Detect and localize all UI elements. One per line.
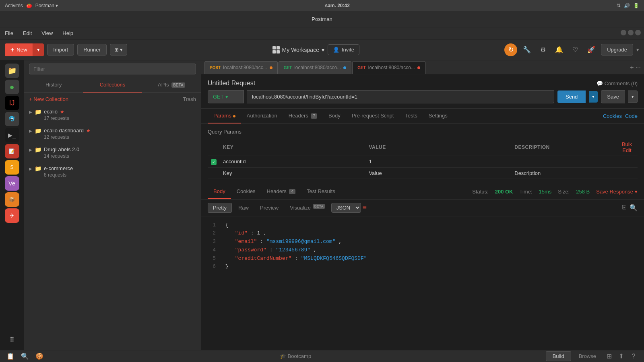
format-selector[interactable]: JSON XML HTML Text — [331, 203, 361, 213]
response-tab-body[interactable]: Body — [208, 184, 231, 199]
app-icon-sublime[interactable]: S — [5, 160, 19, 175]
tab-body[interactable]: Body — [323, 109, 346, 123]
tab-history[interactable]: History — [24, 78, 83, 93]
bootcamp-label[interactable]: Bootcamp — [288, 353, 312, 359]
wrap-button[interactable]: ≡ — [363, 204, 367, 212]
request-tab-2[interactable]: GET localhost:8080/acco... — [352, 61, 425, 74]
app-icon-ve[interactable]: Ve — [5, 176, 19, 191]
upgrade-arrow[interactable]: ▾ — [636, 47, 639, 53]
add-tab-button[interactable]: + — [630, 64, 634, 71]
invite-button[interactable]: 👤 Invite — [328, 44, 359, 55]
collection-item-druglabels[interactable]: ▶ 📁 DrugLabels 2.0 14 requests — [24, 143, 201, 162]
param-value-placeholder[interactable]: Value — [365, 167, 511, 179]
tab-headers[interactable]: Headers 7 — [283, 109, 323, 123]
console-button[interactable]: 📋 — [5, 351, 16, 362]
app-icon-files[interactable]: 📁 — [5, 64, 19, 78]
app-icon-text[interactable]: 📝 — [5, 144, 19, 158]
rocket-icon-btn[interactable]: 🚀 — [585, 43, 598, 56]
param-value-0[interactable]: 1 — [365, 156, 511, 168]
new-collection-button[interactable]: + New Collection — [29, 96, 68, 102]
param-desc-0[interactable] — [511, 156, 616, 168]
settings-icon-btn[interactable]: ⚙ — [537, 43, 549, 56]
bell-icon-btn[interactable]: 🔔 — [553, 43, 566, 56]
menu-file[interactable]: File — [3, 29, 15, 37]
send-button[interactable]: Send — [557, 90, 586, 103]
response-tab-cookies[interactable]: Cookies — [231, 184, 261, 199]
tab-tests[interactable]: Tests — [399, 109, 423, 123]
build-mode-button[interactable]: Build — [546, 351, 571, 361]
minimize-btn[interactable] — [621, 30, 626, 35]
param-checkbox-0[interactable]: ✓ — [211, 159, 217, 165]
format-tab-visualize[interactable]: Visualize BETA — [285, 203, 329, 212]
tab-params[interactable]: Params — [208, 109, 241, 123]
app-icon-grid[interactable]: ⠿ — [5, 332, 19, 347]
param-key-placeholder[interactable]: Key — [220, 167, 365, 179]
more-tabs-button[interactable]: ··· — [636, 64, 641, 71]
help-button[interactable]: ? — [628, 351, 639, 362]
sidebar-search-input[interactable] — [29, 64, 196, 74]
refresh-button[interactable]: ↻ — [504, 43, 517, 56]
wrench-icon-btn[interactable]: 🔧 — [520, 43, 533, 56]
cookie-button[interactable]: 🍪 — [34, 351, 45, 362]
menu-help[interactable]: Help — [61, 29, 75, 37]
collection-item-ecalio-dashboard[interactable]: ▶ 📁 ecalio dashboard ★ 12 requests — [24, 124, 201, 143]
workspace-button[interactable]: My Workspace ▾ — [272, 46, 324, 53]
bulk-edit-button[interactable]: Bulk Edit — [619, 141, 634, 153]
activities-label[interactable]: Activités — [5, 3, 23, 8]
tab-authorization[interactable]: Authorization — [241, 109, 283, 123]
trash-button[interactable]: Trash — [183, 96, 196, 102]
response-tab-headers[interactable]: Headers 4 — [261, 184, 301, 199]
method-selector[interactable]: GET ▾ — [208, 90, 244, 103]
tab-apis[interactable]: APIs BETA — [142, 78, 201, 93]
save-dropdown-button[interactable]: ▾ — [628, 90, 638, 103]
layout-button[interactable]: ⊞ — [604, 351, 615, 362]
runner-button[interactable]: Runner — [77, 44, 107, 56]
format-tab-preview[interactable]: Preview — [255, 203, 283, 212]
comments-button[interactable]: 💬 Comments (0) — [597, 80, 638, 86]
url-input[interactable] — [247, 90, 554, 103]
request-tab-0[interactable]: POST localhost:8080/acc... — [204, 61, 278, 74]
collection-item-ecommerce[interactable]: ▶ 📁 e-commerce 8 requests — [24, 162, 201, 181]
request-tab-1[interactable]: GET localhost:8080/acco... — [279, 61, 352, 74]
browse-mode-button[interactable]: Browse — [572, 351, 603, 361]
app-indicator: 🍅 — [26, 3, 32, 8]
collection-item-ecalio[interactable]: ▶ 📁 ecalio ★ 17 requests — [24, 105, 201, 124]
param-key-0[interactable]: accountId — [220, 156, 365, 168]
save-button[interactable]: Save — [601, 90, 625, 103]
send-dropdown-button[interactable]: ▾ — [589, 91, 598, 103]
share-button[interactable]: ⬆ — [616, 351, 627, 362]
extra-button[interactable]: ⊞ ▾ — [110, 44, 128, 56]
key-col-header: KEY — [220, 139, 365, 156]
new-main-button[interactable]: + New — [5, 43, 33, 56]
tab-collections[interactable]: Collections — [83, 78, 142, 93]
close-btn[interactable] — [635, 30, 641, 35]
app-icon-chromium[interactable]: ● — [5, 80, 19, 94]
code-link[interactable]: Code — [625, 113, 638, 119]
tab-pre-request[interactable]: Pre-request Script — [346, 109, 400, 123]
response-tab-test-results[interactable]: Test Results — [301, 184, 341, 199]
heart-icon-btn[interactable]: ♡ — [569, 43, 582, 56]
app-icon-terminal[interactable]: ▶_ — [5, 128, 19, 142]
main-layout: 📁 ● IJ 🐬 ▶_ 📝 S Ve 📦 ✈ ⠿ History Collect… — [0, 60, 644, 350]
app-icon-intellij[interactable]: IJ — [5, 96, 19, 110]
param-desc-placeholder[interactable]: Description — [511, 167, 616, 179]
app-name-os[interactable]: Postman ▾ — [35, 3, 58, 8]
params-table: KEY VALUE DESCRIPTION Bulk Edit ✓ accoun… — [208, 139, 638, 179]
format-tab-raw[interactable]: Raw — [233, 203, 254, 212]
upgrade-button[interactable]: Upgrade — [601, 44, 633, 56]
import-button[interactable]: Import — [47, 44, 74, 56]
menu-edit[interactable]: Edit — [21, 29, 33, 37]
cookies-link[interactable]: Cookies — [603, 113, 622, 119]
new-dropdown-arrow[interactable]: ▾ — [33, 43, 44, 56]
menu-view[interactable]: View — [40, 29, 54, 37]
tab-settings[interactable]: Settings — [423, 109, 453, 123]
copy-response-button[interactable]: ⎘ — [622, 204, 626, 212]
maximize-btn[interactable] — [628, 30, 634, 35]
search-response-button[interactable]: 🔍 — [630, 204, 638, 212]
search-bottom-button[interactable]: 🔍 — [19, 351, 31, 362]
app-icon-postman-red[interactable]: ✈ — [5, 208, 19, 223]
format-tab-pretty[interactable]: Pretty — [208, 203, 232, 213]
save-response-button[interactable]: Save Response ▾ — [596, 189, 638, 195]
app-icon-navicat[interactable]: 🐬 — [5, 112, 19, 126]
app-icon-extract[interactable]: 📦 — [5, 192, 19, 207]
